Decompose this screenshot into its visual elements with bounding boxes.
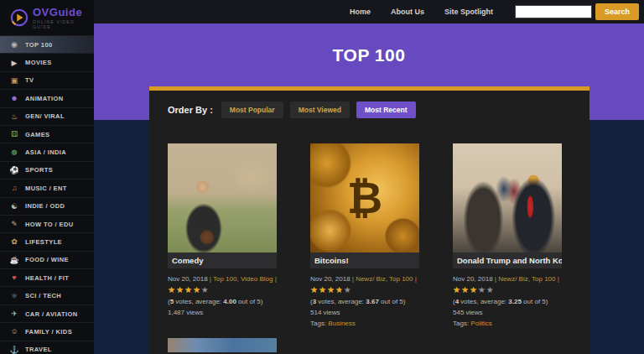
sidebar-item-asia-india[interactable]: ☸ ASIA / INDIA (0, 143, 94, 160)
sidebar-item-label: GEN/ VIRAL (25, 112, 65, 120)
sidebar-item-travel[interactable]: ⚓ TRAVEL (0, 341, 94, 354)
sidebar-item-animation[interactable]: ☻ ANIMATION (0, 89, 94, 107)
video-tags: Tags: Politics (453, 320, 562, 328)
sidebar-item-gen-viral[interactable]: ♨ GEN/ VIRAL (0, 107, 94, 125)
sci-tech-icon: ⚛ (8, 292, 20, 300)
video-date: Nov 20, 2018 (310, 275, 351, 283)
star-rating[interactable]: ★★★★★★★★★★ (453, 286, 495, 294)
video-title[interactable]: Comedy (168, 252, 277, 268)
sidebar-item-label: MUSIC / ENT (25, 185, 67, 192)
sidebar: OVGuide ONLINE VIDEO GUIDE ◉ TOP 100 ▶ M… (0, 0, 94, 354)
tag-link[interactable]: Politics (470, 320, 491, 327)
order-by-bar: Order By : Most PopularMost ViewedMost R… (168, 102, 589, 118)
video-categories-link[interactable]: Newz/ Biz, Top 100 (498, 275, 555, 283)
next-video-thumbnail[interactable] (168, 338, 277, 352)
video-card-grid: Comedy Nov 20, 2018 | Top 100, Video Blo… (168, 143, 589, 328)
sidebar-item-label: HEALTH / FIT (25, 274, 69, 282)
video-date: Nov 20, 2018 (168, 275, 208, 283)
sidebar-item-label: TOP 100 (25, 41, 53, 49)
logo[interactable]: OVGuide ONLINE VIDEO GUIDE (0, 0, 94, 35)
sidebar-item-family-kids[interactable]: ☺ FAMILY / KIDS (0, 322, 94, 340)
votes-summary: (5 votes, average: 4.00 out of 5) (168, 298, 277, 306)
video-categories-link[interactable]: Newz/ Biz, Top 100 (356, 275, 413, 283)
logo-name: OVGuide (33, 7, 94, 18)
sidebar-item-label: MOVIES (25, 59, 52, 66)
tag-link[interactable]: Business (328, 320, 355, 327)
health-icon: ♥ (8, 273, 20, 282)
order-by-label: Order By : (168, 105, 213, 115)
video-date: Nov 20, 2018 (453, 275, 493, 283)
order-by-most-viewed[interactable]: Most Viewed (290, 102, 350, 118)
view-count: 1,487 views (168, 309, 277, 317)
sidebar-item-lifestyle[interactable]: ✿ LIFESTYLE (0, 232, 94, 250)
music-icon: ♫ (8, 184, 20, 192)
star-rating[interactable]: ★★★★★★★★★★ (168, 286, 210, 294)
video-date-categories: Nov 20, 2018 | Newz/ Biz, Top 100 | (310, 275, 419, 284)
nav-link-home[interactable]: Home (350, 8, 371, 16)
video-date-categories: Nov 20, 2018 | Newz/ Biz, Top 100 | (453, 275, 562, 284)
video-card-bitcoins: ₿ Bitcoins! Nov 20, 2018 | Newz/ Biz, To… (310, 143, 419, 328)
sidebar-item-label: LIFESTYLE (25, 238, 62, 246)
sidebar-item-top-100[interactable]: ◉ TOP 100 (0, 35, 94, 53)
content-panel: Order By : Most PopularMost ViewedMost R… (149, 86, 589, 354)
video-title[interactable]: Donald Trump and North Korea (453, 252, 562, 268)
video-thumbnail[interactable] (453, 143, 562, 252)
star-rating[interactable]: ★★★★★★★★★★ (310, 286, 352, 294)
video-title[interactable]: Bitcoins! (310, 252, 419, 268)
sidebar-item-sci-tech[interactable]: ⚛ SCI / TECH (0, 286, 94, 304)
sidebar-item-label: SCI / TECH (25, 292, 61, 299)
logo-tagline: ONLINE VIDEO GUIDE (33, 19, 94, 29)
sidebar-item-label: ASIA / INDIA (25, 148, 66, 156)
sidebar-item-label: GAMES (25, 131, 50, 138)
indie-icon: ☯ (8, 202, 20, 211)
view-count: 514 views (310, 309, 419, 317)
howto-icon: ✎ (8, 220, 20, 228)
car-aviation-icon: ✈ (8, 310, 20, 318)
video-card-donald-trump-and-north-korea: Donald Trump and North Korea Nov 20, 201… (453, 143, 562, 328)
video-card-comedy: Comedy Nov 20, 2018 | Top 100, Video Blo… (168, 143, 277, 328)
sports-icon: ⚽ (8, 166, 20, 174)
nav-link-about-us[interactable]: About Us (391, 8, 424, 16)
ovguide-play-icon (10, 8, 29, 27)
sidebar-item-movies[interactable]: ▶ MOVIES (0, 53, 94, 70)
video-thumbnail[interactable] (168, 143, 277, 252)
viral-icon: ♨ (8, 112, 20, 121)
sidebar-item-games[interactable]: ⚄ GAMES (0, 125, 94, 143)
order-by-most-popular[interactable]: Most Popular (221, 102, 283, 118)
lifestyle-icon: ✿ (8, 237, 20, 246)
asia-india-icon: ☸ (8, 148, 20, 157)
view-count: 545 views (453, 309, 562, 317)
sidebar-item-music-ent[interactable]: ♫ MUSIC / ENT (0, 179, 94, 196)
page-title: TOP 100 (94, 45, 644, 65)
sidebar-item-how-to-edu[interactable]: ✎ HOW TO / EDU (0, 215, 94, 232)
sidebar-item-indie-odd[interactable]: ☯ INDIE / ODD (0, 197, 94, 215)
sidebar-item-label: SPORTS (25, 166, 53, 174)
sidebar-item-label: CAR / AVIATION (25, 310, 78, 318)
sidebar-category-list: ◉ TOP 100 ▶ MOVIES ▣ TV ☻ ANIMATION ♨ GE… (0, 35, 94, 354)
sidebar-item-tv[interactable]: ▣ TV (0, 71, 94, 89)
tv-icon: ▣ (8, 76, 20, 85)
search-button[interactable]: Search (595, 3, 639, 20)
sidebar-item-label: INDIE / ODD (25, 202, 65, 210)
top-navigation-bar: HomeAbout UsSite Spotlight Search (0, 0, 644, 23)
video-categories-link[interactable]: Top 100, Video Blog (213, 275, 273, 283)
sidebar-item-health-fit[interactable]: ♥ HEALTH / FIT (0, 268, 94, 286)
sidebar-item-car-aviation[interactable]: ✈ CAR / AVIATION (0, 305, 94, 322)
sidebar-item-food-wine[interactable]: ☕ FOOD / WINE (0, 251, 94, 268)
family-kids-icon: ☺ (8, 327, 20, 336)
sidebar-item-sports[interactable]: ⚽ SPORTS (0, 161, 94, 179)
top100-disc-icon: ◉ (8, 40, 20, 49)
video-thumbnail[interactable]: ₿ (310, 143, 419, 252)
search-box: Search (515, 3, 639, 20)
games-icon: ⚄ (8, 130, 20, 138)
sidebar-item-label: FOOD / WINE (25, 256, 69, 263)
sidebar-item-label: TRAVEL (25, 346, 52, 353)
search-input[interactable] (515, 5, 592, 18)
order-by-most-recent[interactable]: Most Recent (356, 102, 416, 118)
travel-icon: ⚓ (8, 346, 20, 354)
food-wine-icon: ☕ (8, 256, 20, 264)
next-row-preview (168, 338, 589, 352)
nav-link-site-spotlight[interactable]: Site Spotlight (444, 8, 493, 16)
movies-icon: ▶ (8, 59, 20, 67)
animation-icon: ☻ (8, 94, 20, 102)
